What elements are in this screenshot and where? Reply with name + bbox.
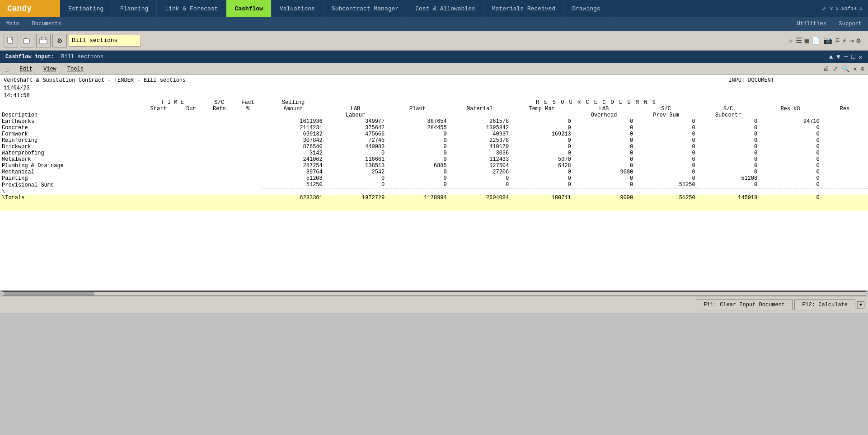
- empty-row: [0, 251, 868, 261]
- tab-materials-received[interactable]: Materials Received: [484, 0, 564, 17]
- table-row[interactable]: \: [0, 188, 868, 195]
- scroll-up-btn[interactable]: ▲: [829, 53, 833, 61]
- table-row[interactable]: Metalwork241062116661011243350700000: [0, 156, 868, 163]
- col-header-fact-pct: %: [234, 106, 262, 112]
- list-icon[interactable]: ☰: [796, 36, 802, 45]
- menu-edit[interactable]: Edit: [18, 65, 34, 73]
- empty-row: [0, 231, 868, 241]
- bolt-icon[interactable]: ⚡: [842, 36, 847, 45]
- back-button[interactable]: ←: [4, 65, 10, 73]
- tab-link-forecast[interactable]: Link & Forecast: [157, 0, 226, 17]
- print-icon[interactable]: 🖨: [823, 65, 829, 73]
- export-icon[interactable]: ⇥: [849, 36, 854, 45]
- app-title: Candy: [0, 0, 60, 17]
- tab-planning[interactable]: Planning: [112, 0, 157, 17]
- table-row[interactable]: Waterproofing314200303600000: [0, 150, 868, 156]
- col-subheader-retn: [205, 112, 234, 118]
- open-doc-button[interactable]: [20, 34, 34, 47]
- expand-icon[interactable]: ⤢: [822, 6, 826, 12]
- horizontal-scrollbar[interactable]: [0, 290, 868, 297]
- search-icon[interactable]: 🔍: [842, 65, 849, 73]
- col-subheader-temp-mat: [511, 112, 573, 118]
- empty-row: [0, 281, 868, 290]
- inner-close-icon[interactable]: ✕: [853, 65, 857, 73]
- doc-date: 11/04/23: [4, 84, 864, 92]
- main-content: Ventshaft & Substation Contract - TENDER…: [0, 75, 868, 297]
- table-row[interactable]: Concrete2114231375642284455139584200000: [0, 125, 868, 131]
- calendar-button[interactable]: [36, 34, 51, 47]
- doc-info: Ventshaft & Substation Contract - TENDER…: [0, 75, 868, 99]
- bill-sections-input[interactable]: Bill sections: [69, 35, 141, 47]
- help-icon[interactable]: ⊙: [861, 65, 864, 73]
- table-row[interactable]: Painting51208000000512080: [0, 175, 868, 182]
- settings-button[interactable]: ⚙: [52, 34, 67, 47]
- empty-row: [0, 211, 868, 221]
- menu-bar: Main Documents Utilities Support: [0, 17, 868, 31]
- doc-header: Cashflow input: Bill sections ▲ ▼ ─ □ ✕: [0, 51, 868, 63]
- table-row[interactable]: Mechanical39764254202720609000000: [0, 169, 868, 175]
- svg-rect-2: [40, 38, 47, 44]
- menu-support[interactable]: Support: [836, 20, 864, 28]
- tab-subcontract-manager[interactable]: Subcontract Manager: [324, 0, 407, 17]
- toolbar: ⚙ Bill sections ☆ ☰ ▦ 📄 📷 ≡ ⚡ ⇥ ⚙: [0, 31, 868, 51]
- col-subheader-fact: [234, 112, 262, 118]
- col-subheader-lab-overhead: Overhead: [573, 112, 635, 118]
- menu-tools[interactable]: Tools: [66, 65, 85, 73]
- table-row[interactable]: Brickwork876540440983041017000000: [0, 144, 868, 150]
- inner-menu: ← Edit View Tools 🖨 ⤢ 🔍 ✕ ⊙: [0, 63, 868, 75]
- empty-highlighted-row: [0, 201, 868, 211]
- tab-cashflow[interactable]: Cashflow: [226, 0, 271, 17]
- menu-utilities[interactable]: Utilities: [794, 20, 829, 28]
- expand-icon[interactable]: ⤢: [833, 65, 838, 73]
- col-header-sc-subcontr-h: S/C: [697, 106, 760, 112]
- tab-drawings[interactable]: Drawings: [564, 0, 609, 17]
- col-header-lab: LAB: [324, 106, 387, 112]
- scroll-down-btn[interactable]: ▼: [836, 53, 840, 61]
- col-subheader-prov-sum: Prov Sum: [635, 112, 697, 118]
- menu-main[interactable]: Main: [4, 20, 22, 28]
- close-btn[interactable]: ✕: [859, 53, 863, 61]
- table-body: Earthworks161193634997788765426157800009…: [0, 118, 868, 290]
- menu-documents[interactable]: Documents: [29, 20, 64, 28]
- col-subheader-subcontr: Subcontr: [697, 112, 760, 118]
- camera-icon[interactable]: 📷: [823, 36, 832, 45]
- col-subheader-material: [449, 112, 511, 118]
- new-doc-button[interactable]: [4, 34, 18, 47]
- list2-icon[interactable]: ≡: [835, 37, 840, 45]
- tab-estimating[interactable]: Estimating: [60, 0, 112, 17]
- table-row[interactable]: Earthworks161193634997788765426157800009…: [0, 118, 868, 125]
- maximize-btn[interactable]: □: [851, 53, 855, 61]
- table-row[interactable]: Reinforcing30784272745022537800000: [0, 137, 868, 144]
- table-row[interactable]: Provisional Sums51250000005125000: [0, 182, 868, 188]
- empty-row: [0, 271, 868, 281]
- table-row[interactable]: Formwork6991324756660409371692130000: [0, 131, 868, 137]
- calculate-btn[interactable]: F12: Calculate: [794, 299, 855, 310]
- empty-row: [0, 261, 868, 271]
- minimize-btn[interactable]: ─: [844, 53, 848, 61]
- empty-row: [0, 241, 868, 251]
- tab-cost-allowables[interactable]: Cost & Allowables: [407, 0, 484, 17]
- scrollbar-thumb[interactable]: [4, 292, 94, 295]
- col-header-lab-overhead-h: LAB: [573, 106, 635, 112]
- scroll-down-btn[interactable]: ▼: [857, 301, 864, 309]
- col-header-res8-h: Res #8: [759, 106, 821, 112]
- gear-icon[interactable]: ⚙: [856, 36, 861, 45]
- doc-header-controls: ▲ ▼ ─ □ ✕: [829, 53, 863, 61]
- scrollbar-track[interactable]: [2, 291, 866, 296]
- col-header-fact: Fact: [234, 99, 262, 106]
- table-container: Description T I M E S/C Fact Selling R E…: [0, 99, 868, 290]
- col-header-sc-retn: S/C: [205, 99, 234, 106]
- doc-icon[interactable]: 📄: [812, 36, 821, 45]
- doc-header-label: Cashflow input:: [5, 54, 54, 60]
- table-row[interactable]: Plumbing & Drainage287254138513688512750…: [0, 163, 868, 169]
- table-row[interactable]: \Totals628336119727291178994260408418071…: [0, 195, 868, 201]
- clear-input-btn[interactable]: F11: Clear Input Document: [696, 299, 793, 310]
- tab-valuations[interactable]: Valuations: [272, 0, 324, 17]
- col-header-time-group: T I M E: [140, 99, 205, 106]
- menu-view[interactable]: View: [42, 65, 58, 73]
- star-icon[interactable]: ☆: [788, 36, 793, 45]
- calculator-icon[interactable]: ▦: [805, 36, 809, 45]
- doc-time: 14:41:58: [4, 92, 864, 100]
- col-header-resource-group: R E S O U R C E C O L U M N S: [324, 99, 868, 106]
- col-header-start: Start: [140, 106, 177, 112]
